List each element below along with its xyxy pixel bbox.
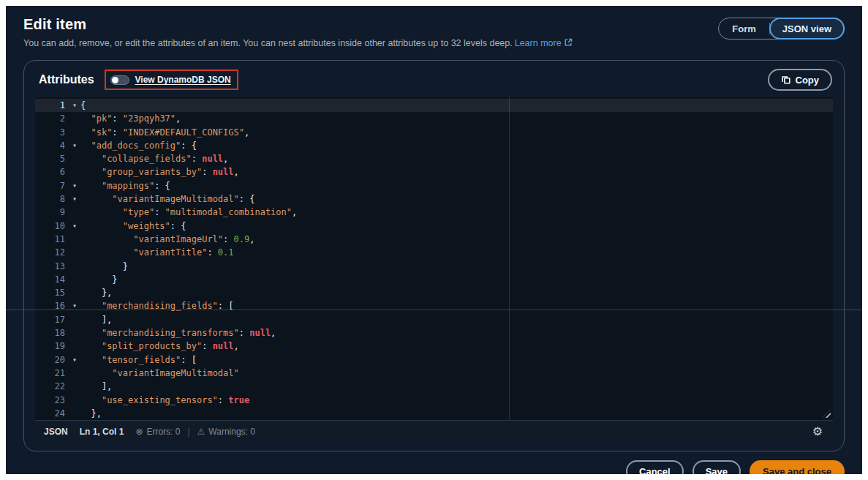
code-text: } [80, 260, 833, 273]
copy-button[interactable]: Copy [768, 69, 833, 91]
code-line-15[interactable]: 15 }, [35, 286, 833, 299]
fold-gutter-spacer [69, 407, 80, 420]
copy-button-label: Copy [796, 75, 820, 86]
fold-gutter-spacer [69, 206, 80, 219]
code-line-4[interactable]: 4▾ "add_docs_config": { [35, 139, 833, 152]
line-number: 10 [35, 220, 69, 233]
line-number: 15 [35, 286, 69, 299]
code-line-19[interactable]: 19 "split_products_by": null, [35, 340, 833, 353]
fold-toggle-icon[interactable]: ▾ [69, 99, 80, 112]
code-text: "tensor_fields": [ [80, 353, 833, 367]
code-text: "variantImageUrl": 0.9, [80, 233, 833, 246]
fold-toggle-icon[interactable]: ▾ [69, 179, 80, 192]
code-line-14[interactable]: 14 } [35, 273, 833, 286]
code-text: ], [80, 313, 833, 326]
code-text: "variantImageMultimodal": { [80, 192, 833, 206]
toggle-knob [112, 77, 118, 83]
fold-gutter-spacer [69, 165, 80, 179]
code-line-16[interactable]: 16▾ "merchandising_fields": [ [35, 299, 833, 312]
code-line-11[interactable]: 11 "variantImageUrl": 0.9, [35, 233, 833, 246]
fold-toggle-icon[interactable]: ▾ [69, 299, 80, 312]
warnings-status[interactable]: ⚠Warnings: 0 [197, 427, 255, 437]
warnings-count: Warnings: 0 [208, 427, 255, 437]
fold-gutter-spacer [69, 380, 80, 393]
code-text: { [80, 99, 833, 112]
view-dynamodb-json-toggle[interactable] [110, 75, 129, 85]
code-line-20[interactable]: 20▾ "tensor_fields": [ [35, 353, 833, 367]
line-number: 14 [35, 273, 69, 286]
editor-settings-button[interactable]: ⚙ [809, 424, 826, 439]
fold-gutter-spacer [69, 246, 80, 259]
code-line-6[interactable]: 6 "group_variants_by": null, [35, 165, 833, 179]
fold-gutter-spacer [69, 367, 80, 380]
fold-toggle-icon[interactable]: ▾ [69, 353, 80, 367]
code-text: "pk": "23pqyh37", [80, 112, 833, 125]
code-line-2[interactable]: 2 "pk": "23pqyh37", [35, 112, 833, 125]
page-description-text: You can add, remove, or edit the attribu… [23, 38, 513, 48]
fold-gutter-spacer [69, 340, 80, 353]
view-dynamodb-json-label[interactable]: View DynamoDB JSON [135, 75, 231, 85]
warning-icon: ⚠ [197, 427, 205, 437]
code-line-8[interactable]: 8▾ "variantImageMultimodal": { [35, 192, 833, 206]
line-number: 9 [35, 206, 69, 219]
code-line-12[interactable]: 12 "variantTitle": 0.1 [35, 246, 833, 259]
code-line-10[interactable]: 10▾ "weights": { [35, 220, 833, 233]
errors-status[interactable]: ⊗Errors: 0 [135, 427, 180, 437]
gear-icon: ⚙ [812, 425, 823, 438]
code-line-5[interactable]: 5 "collapse_fields": null, [35, 152, 833, 165]
code-text: "collapse_fields": null, [80, 152, 833, 165]
fold-toggle-icon[interactable]: ▾ [69, 220, 80, 233]
editor-status-bar: JSON Ln 1, Col 1 ⊗Errors: 0 | ⚠Warnings:… [35, 420, 833, 442]
fold-gutter-spacer [69, 273, 80, 286]
code-line-7[interactable]: 7▾ "mappings": { [35, 179, 833, 192]
code-line-18[interactable]: 18 "merchandising_transforms": null, [35, 326, 833, 340]
errors-count: Errors: 0 [146, 427, 180, 437]
form-view-button[interactable]: Form [719, 18, 769, 40]
code-text: "group_variants_by": null, [80, 165, 833, 179]
code-line-1[interactable]: 1▾{ [35, 99, 833, 112]
cancel-button[interactable]: Cancel [626, 460, 684, 474]
line-number: 8 [35, 192, 69, 206]
status-separator: | [187, 427, 189, 437]
code-lines-container: 1▾{2 "pk": "23pqyh37",3 "sk": "INDEX#DEF… [35, 99, 833, 420]
fold-toggle-icon[interactable]: ▾ [69, 139, 80, 152]
code-line-3[interactable]: 3 "sk": "INDEX#DEFAULT_CONFIGS", [35, 126, 833, 139]
fold-toggle-icon[interactable]: ▾ [69, 192, 80, 206]
line-number: 6 [35, 165, 69, 179]
code-line-24[interactable]: 24 }, [35, 407, 833, 420]
fold-gutter-spacer [69, 112, 80, 125]
code-text: } [80, 273, 833, 286]
line-number: 5 [35, 152, 69, 165]
code-line-17[interactable]: 17 ], [35, 313, 833, 326]
line-number: 11 [35, 233, 69, 246]
code-text: "merchandising_fields": [ [80, 299, 833, 312]
code-line-22[interactable]: 22 ], [35, 380, 833, 393]
code-text: "weights": { [80, 220, 833, 233]
json-view-button[interactable]: JSON view [769, 18, 845, 40]
code-text: "sk": "INDEX#DEFAULT_CONFIGS", [80, 126, 833, 139]
footer-actions: Cancel Save Save and close [23, 460, 845, 474]
view-mode-segmented-control: Form JSON view [718, 18, 845, 40]
code-text: "split_products_by": null, [80, 340, 833, 353]
code-text: "variantTitle": 0.1 [80, 246, 833, 259]
code-text: "merchandising_transforms": null, [80, 326, 833, 340]
code-text: "use_existing_tensors": true [80, 394, 833, 407]
code-line-23[interactable]: 23 "use_existing_tensors": true [35, 394, 833, 407]
json-code-editor[interactable]: 1▾{2 "pk": "23pqyh37",3 "sk": "INDEX#DEF… [35, 97, 833, 420]
code-line-21[interactable]: 21 "variantImageMultimodal" [35, 367, 833, 380]
code-text: "type": "multimodal_combination", [80, 206, 833, 219]
code-line-9[interactable]: 9 "type": "multimodal_combination", [35, 206, 833, 219]
external-link-icon [564, 38, 573, 47]
save-and-close-button[interactable]: Save and close [750, 460, 845, 474]
line-number: 2 [35, 112, 69, 125]
page-title: Edit item [23, 16, 573, 33]
page-description: You can add, remove, or edit the attribu… [23, 38, 573, 48]
learn-more-link[interactable]: Learn more [515, 38, 573, 48]
fold-gutter-spacer [69, 394, 80, 407]
line-number: 21 [35, 367, 69, 380]
fold-gutter-spacer [69, 260, 80, 273]
code-line-13[interactable]: 13 } [35, 260, 833, 273]
save-button[interactable]: Save [692, 460, 741, 474]
code-text: }, [80, 407, 833, 420]
fold-gutter-spacer [69, 313, 80, 326]
